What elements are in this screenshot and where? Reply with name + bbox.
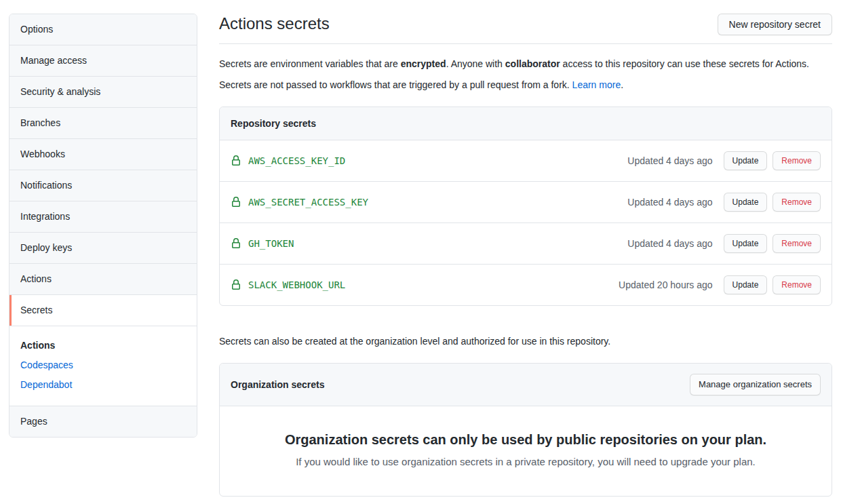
organization-secrets-title: Organization secrets	[231, 379, 325, 390]
main-content: Actions secrets New repository secret Se…	[219, 14, 832, 497]
sidebar-item-options[interactable]: Options	[9, 14, 197, 45]
organization-secrets-box: Organization secrets Manage organization…	[219, 363, 832, 497]
lock-icon	[231, 279, 241, 290]
secret-name: SLACK_WEBHOOK_URL	[248, 279, 345, 290]
secrets-description: Secrets are environment variables that a…	[219, 54, 832, 96]
sidebar-item-actions[interactable]: Actions	[9, 264, 197, 295]
main-header: Actions secrets New repository secret	[219, 14, 832, 44]
blankslate-title: Organization secrets can only be used by…	[247, 432, 804, 448]
organization-secrets-note: Secrets can also be created at the organ…	[219, 336, 832, 347]
lock-icon	[231, 238, 241, 249]
sidebar-item-pages[interactable]: Pages	[9, 406, 197, 437]
repository-secrets-box: Repository secrets AWS_ACCESS_KEY_ID Upd…	[219, 106, 832, 306]
subnav-item-actions[interactable]: Actions	[9, 336, 197, 355]
intro-text: . Anyone with	[446, 58, 505, 69]
manage-organization-secrets-button[interactable]: Manage organization secrets	[690, 374, 821, 395]
organization-secrets-header: Organization secrets Manage organization…	[220, 364, 832, 406]
secret-row: AWS_ACCESS_KEY_ID Updated 4 days ago Upd…	[220, 140, 832, 182]
sidebar-item-notifications[interactable]: Notifications	[9, 170, 197, 201]
remove-secret-button[interactable]: Remove	[773, 151, 821, 170]
settings-sidebar: Options Manage access Security & analysi…	[9, 14, 197, 438]
secret-row: SLACK_WEBHOOK_URL Updated 20 hours ago U…	[220, 265, 832, 305]
secrets-subnav: Actions Codespaces Dependabot	[9, 326, 197, 406]
intro-text: Secrets are environment variables that a…	[219, 58, 401, 69]
secret-row: AWS_SECRET_ACCESS_KEY Updated 4 days ago…	[220, 182, 832, 223]
secret-name: AWS_ACCESS_KEY_ID	[248, 155, 345, 166]
settings-page: Options Manage access Security & analysi…	[0, 0, 860, 504]
lock-icon	[231, 197, 241, 208]
update-secret-button[interactable]: Update	[724, 275, 768, 294]
update-secret-button[interactable]: Update	[724, 234, 768, 253]
blankslate-subtitle: If you would like to use organization se…	[247, 456, 804, 467]
subnav-item-dependabot[interactable]: Dependabot	[9, 375, 197, 395]
update-secret-button[interactable]: Update	[724, 151, 768, 170]
lock-icon	[231, 155, 241, 166]
subnav-item-codespaces[interactable]: Codespaces	[9, 355, 197, 375]
intro-text: .	[621, 79, 623, 90]
secret-updated-timestamp: Updated 4 days ago	[627, 155, 712, 166]
secret-name: AWS_SECRET_ACCESS_KEY	[248, 197, 368, 208]
intro-bold-collaborator: collaborator	[505, 58, 560, 69]
secret-name: GH_TOKEN	[248, 238, 294, 249]
sidebar-item-secrets[interactable]: Secrets	[9, 295, 197, 326]
remove-secret-button[interactable]: Remove	[773, 234, 821, 253]
sidebar-item-manage-access[interactable]: Manage access	[9, 45, 197, 77]
settings-sidebar-nav: Options Manage access Security & analysi…	[9, 14, 197, 438]
sidebar-item-deploy-keys[interactable]: Deploy keys	[9, 233, 197, 264]
secret-updated-timestamp: Updated 4 days ago	[627, 238, 712, 249]
sidebar-item-integrations[interactable]: Integrations	[9, 201, 197, 233]
remove-secret-button[interactable]: Remove	[773, 193, 821, 212]
secret-updated-timestamp: Updated 20 hours ago	[619, 279, 713, 290]
secret-row: GH_TOKEN Updated 4 days ago Update Remov…	[220, 223, 832, 265]
remove-secret-button[interactable]: Remove	[773, 275, 821, 294]
update-secret-button[interactable]: Update	[724, 193, 768, 212]
new-repository-secret-button[interactable]: New repository secret	[718, 14, 832, 35]
page-title: Actions secrets	[219, 14, 330, 34]
learn-more-link[interactable]: Learn more	[572, 79, 621, 90]
intro-bold-encrypted: encrypted	[401, 58, 446, 69]
secret-updated-timestamp: Updated 4 days ago	[627, 197, 712, 208]
organization-secrets-blankslate: Organization secrets can only be used by…	[220, 406, 832, 496]
sidebar-item-webhooks[interactable]: Webhooks	[9, 139, 197, 170]
repository-secrets-header: Repository secrets	[220, 107, 832, 140]
sidebar-item-branches[interactable]: Branches	[9, 108, 197, 139]
sidebar-item-security-analysis[interactable]: Security & analysis	[9, 77, 197, 108]
